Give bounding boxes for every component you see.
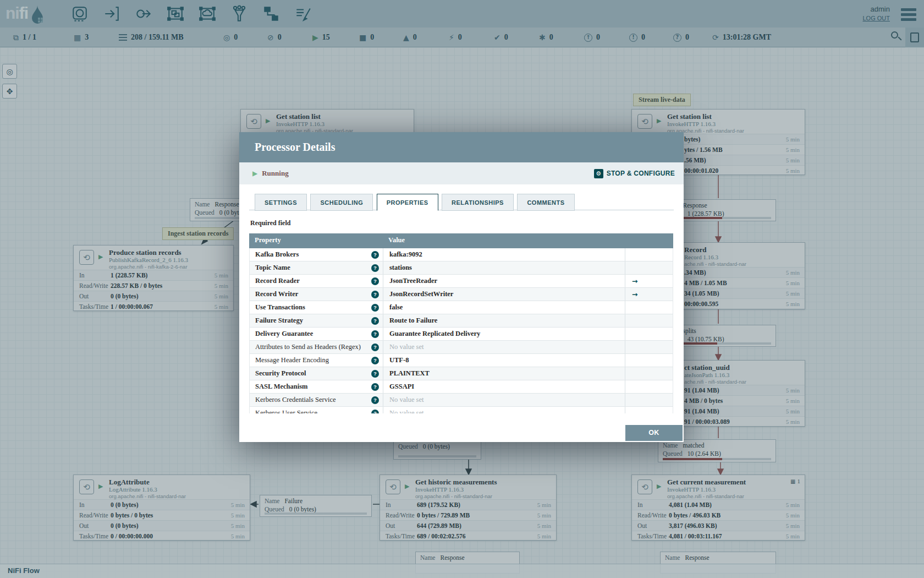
run-state: ▶ Running: [252, 162, 289, 184]
help-icon[interactable]: ?: [371, 251, 379, 259]
dialog-tabs: SETTINGS SCHEDULING PROPERTIES RELATIONS…: [249, 193, 674, 210]
tab-scheduling[interactable]: SCHEDULING: [310, 194, 373, 211]
help-icon[interactable]: ?: [371, 277, 379, 285]
tab-comments[interactable]: COMMENTS: [517, 194, 574, 211]
properties-table: Property Value Kafka Brokers? kafka:9092…: [249, 233, 673, 413]
running-icon: ▶: [252, 170, 257, 177]
help-icon[interactable]: ?: [371, 410, 379, 413]
property-row-sasl-mechanism: SASL Mechanism? GSSAPI: [250, 380, 673, 394]
help-icon[interactable]: ?: [371, 317, 379, 325]
property-row-kerberos-user-service: Kerberos User Service? No value set: [250, 407, 673, 413]
tab-settings[interactable]: SETTINGS: [255, 194, 307, 211]
property-row-record-reader: Record Reader? JsonTreeReader →: [250, 275, 673, 288]
property-row-attributes-headers: Attributes to Send as Headers (Regex)? N…: [250, 341, 673, 354]
tab-properties[interactable]: PROPERTIES: [377, 194, 438, 211]
dialog-title: Processor Details: [255, 141, 335, 154]
run-state-label: Running: [262, 169, 288, 178]
property-row-security-protocol: Security Protocol? PLAINTEXT: [250, 367, 673, 380]
goto-service-icon[interactable]: →: [625, 288, 672, 301]
help-icon[interactable]: ?: [371, 383, 379, 391]
help-icon[interactable]: ?: [371, 370, 379, 378]
nifi-app: nifi: [0, 0, 924, 578]
required-field-note: Required field: [250, 219, 290, 227]
property-row-kerberos-credentials-service: Kerberos Credentials Service? No value s…: [250, 394, 673, 407]
properties-table-header: Property Value: [249, 233, 673, 248]
ok-button[interactable]: OK: [625, 425, 683, 441]
property-row-kafka-brokers: Kafka Brokers? kafka:9092: [250, 248, 673, 261]
property-row-record-writer: Record Writer? JsonRecordSetWriter →: [250, 288, 673, 301]
processor-details-dialog: Processor Details ▶ Running ⚙ STOP & CON…: [239, 132, 684, 442]
goto-service-icon[interactable]: →: [625, 275, 672, 287]
property-row-topic-name: Topic Name? stations: [250, 261, 673, 275]
help-icon[interactable]: ?: [371, 343, 379, 351]
help-icon[interactable]: ?: [371, 291, 379, 298]
dialog-header: Processor Details: [239, 132, 684, 162]
help-icon[interactable]: ?: [371, 357, 379, 364]
property-row-message-header-encoding: Message Header Encoding? UTF-8: [250, 354, 673, 367]
help-icon[interactable]: ?: [371, 396, 379, 404]
property-row-delivery-guarantee: Delivery Guarantee? Guarantee Replicated…: [250, 328, 673, 341]
property-row-use-transactions: Use Transactions? false: [250, 301, 673, 314]
tab-relationships[interactable]: RELATIONSHIPS: [442, 194, 514, 211]
help-icon[interactable]: ?: [371, 264, 379, 272]
help-icon[interactable]: ?: [371, 330, 379, 338]
dialog-status-row: ▶ Running ⚙ STOP & CONFIGURE: [239, 162, 684, 184]
stop-and-configure-button[interactable]: ⚙ STOP & CONFIGURE: [594, 162, 675, 184]
property-row-failure-strategy: Failure Strategy? Route to Failure: [250, 314, 673, 328]
help-icon[interactable]: ?: [371, 304, 379, 312]
gear-icon: ⚙: [594, 169, 603, 178]
